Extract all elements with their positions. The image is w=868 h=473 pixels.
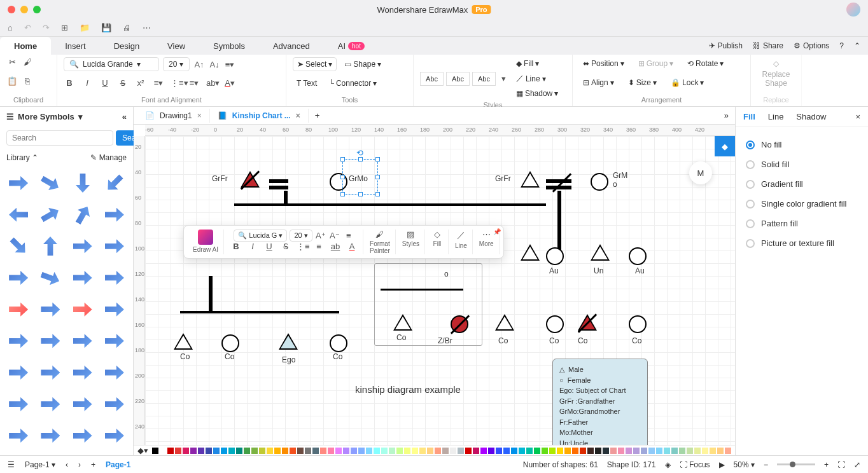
fill-button[interactable]: ◆ Fill ▾ <box>512 57 562 70</box>
bold-icon[interactable]: B <box>230 242 242 251</box>
format-painter-icon[interactable]: 🖌 <box>374 230 386 239</box>
style-preset-2[interactable]: Abc <box>446 72 470 86</box>
color-swatch[interactable] <box>534 448 540 454</box>
color-swatch[interactable] <box>183 448 189 454</box>
doc-tab-kinship[interactable]: 📘 Kinship Chart ... × <box>210 109 309 123</box>
tab-view[interactable]: View <box>153 37 199 55</box>
prev-page-icon[interactable]: ‹ <box>66 460 68 469</box>
arrow-shape[interactable] <box>68 327 97 354</box>
color-swatch[interactable] <box>511 448 517 454</box>
color-swatch[interactable] <box>419 448 426 454</box>
superscript-icon[interactable]: x² <box>135 78 146 88</box>
color-swatch[interactable] <box>221 448 227 454</box>
fill-icon[interactable]: ◇ <box>431 230 443 239</box>
shadow-tab[interactable]: Shadow <box>796 112 826 121</box>
color-swatch[interactable] <box>175 448 181 454</box>
numbering-icon[interactable]: ≡ <box>313 242 325 251</box>
color-swatch[interactable] <box>366 448 372 454</box>
more-icon[interactable]: ⋯ <box>480 230 492 239</box>
line-spacing-icon[interactable]: ≡▾ <box>153 78 164 88</box>
font-size-select[interactable]: 20 ▾ <box>163 57 190 71</box>
female-symbol[interactable] <box>629 247 647 265</box>
color-swatch[interactable] <box>198 448 204 454</box>
increase-font-icon[interactable]: A↑ <box>193 60 205 69</box>
color-swatch[interactable] <box>503 448 510 454</box>
increase-font-icon[interactable]: A⁺ <box>315 231 326 240</box>
font-select[interactable]: 🔍 Lucida Grande ▾ <box>64 57 159 71</box>
strikethrough-icon[interactable]: S̶ <box>117 78 129 88</box>
color-swatch[interactable] <box>435 448 441 454</box>
color-swatch[interactable] <box>626 448 632 454</box>
color-swatch[interactable] <box>236 448 242 454</box>
help-icon[interactable]: ? <box>839 41 844 50</box>
color-swatch[interactable] <box>206 448 212 454</box>
color-swatch[interactable] <box>710 448 716 454</box>
arrow-shape[interactable] <box>36 359 65 386</box>
italic-icon[interactable]: I <box>81 78 93 88</box>
color-swatch[interactable] <box>687 448 693 454</box>
male-symbol[interactable] <box>521 244 540 261</box>
arrow-shape[interactable] <box>68 170 97 196</box>
arrow-shape[interactable] <box>100 391 129 418</box>
arrow-shape[interactable] <box>36 391 65 418</box>
collapse-panel-icon[interactable]: « <box>122 112 127 121</box>
arrow-shape[interactable] <box>36 327 65 354</box>
color-swatch[interactable] <box>595 448 601 454</box>
collapse-ribbon-icon[interactable]: ⌃ <box>854 41 860 50</box>
fit-page-icon[interactable]: ⛶ <box>837 460 845 469</box>
color-swatch[interactable] <box>641 448 647 454</box>
female-symbol[interactable] <box>330 334 347 352</box>
tab-symbols[interactable]: Symbols <box>199 37 259 55</box>
color-swatch[interactable] <box>152 448 158 454</box>
female-symbol[interactable] <box>221 334 239 352</box>
color-swatch[interactable] <box>564 448 571 454</box>
arrow-shape[interactable] <box>36 264 65 291</box>
pin-icon[interactable]: 📌 <box>493 228 501 235</box>
page-list-icon[interactable]: ☰ <box>8 460 15 469</box>
color-swatch[interactable] <box>297 448 304 454</box>
arrow-shape[interactable] <box>100 202 129 228</box>
copy-icon[interactable]: ⎘ <box>22 76 33 86</box>
size-button[interactable]: ⬍ Size▾ <box>624 76 661 89</box>
color-swatch[interactable] <box>312 448 319 454</box>
fill-option-single-gradient[interactable]: Single color gradient fill <box>746 194 858 214</box>
arrow-shape[interactable] <box>100 264 129 291</box>
female-symbol[interactable] <box>546 315 564 333</box>
decrease-font-icon[interactable]: A⁻ <box>329 231 340 240</box>
color-swatch[interactable] <box>404 448 410 454</box>
layers-icon[interactable]: ◈ <box>665 460 671 469</box>
align-button[interactable]: ⊟ Align▾ <box>579 76 618 89</box>
female-symbol[interactable] <box>629 315 647 333</box>
color-swatch[interactable] <box>396 448 403 454</box>
color-swatch[interactable] <box>381 448 388 454</box>
float-font-select[interactable]: 🔍 Lucida G ▾ <box>234 230 287 242</box>
add-page-icon[interactable]: + <box>91 460 95 469</box>
color-swatch[interactable] <box>526 448 533 454</box>
presentation-icon[interactable]: ▶ <box>719 460 725 469</box>
arrow-shape[interactable] <box>36 233 65 259</box>
text-highlight-icon[interactable]: ab▾ <box>206 78 218 88</box>
arrow-shape[interactable] <box>100 359 129 386</box>
color-swatch[interactable] <box>610 448 617 454</box>
zoom-slider[interactable] <box>777 463 815 465</box>
arrow-shape[interactable] <box>100 327 129 354</box>
line-icon[interactable]: ／ <box>455 230 466 241</box>
publish-button[interactable]: ✈ Publish <box>709 41 743 50</box>
color-swatch[interactable] <box>335 448 342 454</box>
ego-symbol[interactable] <box>279 333 298 350</box>
focus-button[interactable]: ⛶ Focus <box>680 460 710 469</box>
zoom-level[interactable]: 50% ▾ <box>734 460 755 469</box>
color-swatch[interactable] <box>251 448 258 454</box>
shadow-button[interactable]: ▦ Shadow ▾ <box>512 87 562 100</box>
rotate-button[interactable]: ⟲ Rotate▾ <box>683 57 727 70</box>
close-tab-icon[interactable]: × <box>197 111 202 120</box>
color-swatch[interactable] <box>427 448 433 454</box>
fill-dropper-icon[interactable]: ◆▾ <box>137 446 148 455</box>
arrow-shape[interactable] <box>36 422 65 449</box>
connector-tool[interactable]: └ Connector ▾ <box>325 77 381 90</box>
color-swatch[interactable] <box>633 448 640 454</box>
color-swatch[interactable] <box>488 448 494 454</box>
replace-shape-button[interactable]: ◇Replace Shape <box>757 57 795 90</box>
arrow-shape[interactable] <box>68 264 97 291</box>
style-preset-1[interactable]: Abc <box>420 72 444 86</box>
